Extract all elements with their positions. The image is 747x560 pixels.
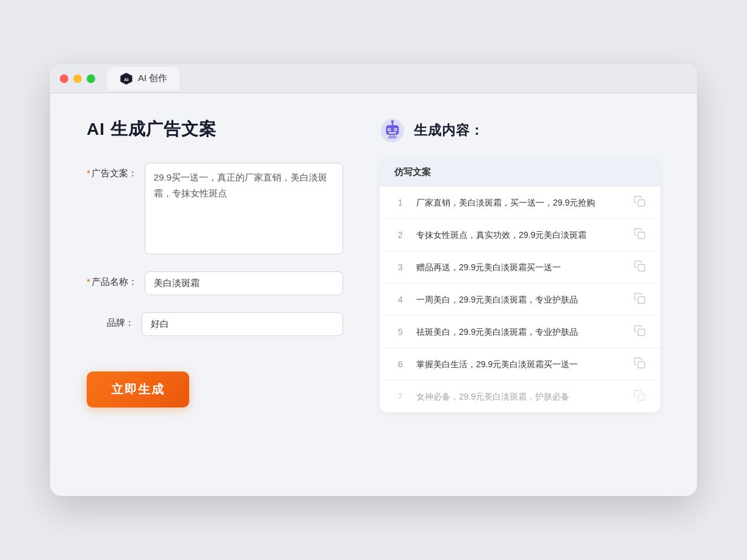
svg-rect-18 — [638, 394, 645, 401]
svg-point-5 — [391, 120, 394, 123]
brand-label: 品牌： — [87, 312, 142, 329]
browser-window: AI AI 创作 AI 生成广告文案 *广告文案： *产品名称： — [50, 64, 697, 496]
results-header-area: 生成内容： — [380, 118, 660, 143]
result-item-1: 1厂家直销，美白淡斑霜，买一送一，29.9元抢购 — [380, 187, 660, 219]
copy-button-5[interactable] — [633, 325, 646, 339]
brand-row: 品牌： — [87, 312, 343, 336]
left-panel: AI 生成广告文案 *广告文案： *产品名称： 品牌： 立 — [87, 118, 343, 465]
minimize-button[interactable] — [73, 74, 82, 83]
result-item-7: 7女神必备，29.9元美白淡斑霜，护肤必备 — [380, 381, 660, 412]
ad-copy-row: *广告文案： — [87, 163, 343, 254]
result-text-7: 女神必备，29.9元美白淡斑霜，护肤必备 — [416, 390, 624, 403]
results-container: 仿写文案 1厂家直销，美白淡斑霜，买一送一，29.9元抢购2专抹女性斑点，真实功… — [380, 158, 660, 412]
copy-button-2[interactable] — [633, 228, 646, 242]
svg-rect-15 — [638, 297, 645, 304]
copy-button-3[interactable] — [633, 260, 646, 275]
results-title: 生成内容： — [414, 121, 484, 140]
page-title: AI 生成广告文案 — [87, 118, 343, 141]
result-num-1: 1 — [394, 198, 406, 207]
result-num-6: 6 — [394, 359, 406, 369]
results-list: 1厂家直销，美白淡斑霜，买一送一，29.9元抢购2专抹女性斑点，真实功效，29.… — [380, 187, 660, 412]
main-content: AI 生成广告文案 *广告文案： *产品名称： 品牌： 立 — [50, 93, 697, 496]
tab-label: AI 创作 — [138, 73, 167, 84]
result-item-6: 6掌握美白生活，29.9元美白淡斑霜买一送一 — [380, 348, 660, 381]
close-button[interactable] — [60, 74, 68, 83]
titlebar: AI AI 创作 — [50, 64, 697, 93]
svg-point-9 — [395, 129, 397, 131]
product-name-label: *产品名称： — [87, 271, 145, 288]
svg-rect-12 — [638, 200, 645, 207]
result-text-3: 赠品再送，29.9元美白淡斑霜买一送一 — [416, 261, 624, 274]
svg-rect-13 — [638, 232, 645, 239]
svg-rect-14 — [638, 265, 645, 271]
result-num-5: 5 — [394, 327, 406, 337]
brand-input[interactable] — [142, 312, 343, 336]
result-text-5: 祛斑美白，29.9元美白淡斑霜，专业护肤品 — [416, 326, 624, 339]
ad-copy-input[interactable] — [145, 163, 343, 254]
result-num-2: 2 — [394, 230, 406, 240]
copy-button-4[interactable] — [633, 292, 646, 307]
result-num-7: 7 — [394, 392, 406, 401]
maximize-button[interactable] — [87, 74, 95, 83]
svg-rect-17 — [638, 362, 645, 368]
svg-point-8 — [388, 129, 390, 131]
result-item-3: 3赠品再送，29.9元美白淡斑霜买一送一 — [380, 251, 660, 284]
robot-icon — [380, 118, 405, 143]
result-item-5: 5祛斑美白，29.9元美白淡斑霜，专业护肤品 — [380, 316, 660, 348]
ai-tab-icon: AI — [120, 72, 133, 85]
traffic-lights — [60, 74, 95, 83]
generate-button[interactable]: 立即生成 — [87, 372, 189, 407]
result-text-6: 掌握美白生活，29.9元美白淡斑霜买一送一 — [416, 358, 624, 371]
result-text-1: 厂家直销，美白淡斑霜，买一送一，29.9元抢购 — [416, 196, 624, 209]
ad-copy-label: *广告文案： — [87, 163, 145, 179]
result-num-3: 3 — [394, 262, 406, 272]
result-item-4: 4一周美白，29.9元美白淡斑霜，专业护肤品 — [380, 284, 660, 316]
result-item-2: 2专抹女性斑点，真实功效，29.9元美白淡斑霜 — [380, 219, 660, 251]
svg-text:AI: AI — [124, 76, 128, 82]
copy-button-1[interactable] — [633, 195, 646, 210]
svg-rect-11 — [388, 135, 397, 138]
result-num-4: 4 — [394, 295, 406, 304]
ad-copy-required: * — [87, 168, 90, 178]
svg-rect-16 — [638, 329, 645, 336]
ai-tab[interactable]: AI AI 创作 — [107, 67, 179, 90]
result-text-4: 一周美白，29.9元美白淡斑霜，专业护肤品 — [416, 293, 624, 306]
svg-rect-10 — [389, 132, 396, 134]
copy-button-6[interactable] — [633, 357, 646, 372]
copy-button-7[interactable] — [633, 389, 646, 404]
product-name-row: *产品名称： — [87, 271, 343, 295]
results-table-header: 仿写文案 — [380, 158, 660, 187]
result-text-2: 专抹女性斑点，真实功效，29.9元美白淡斑霜 — [416, 229, 624, 242]
right-panel: 生成内容： 仿写文案 1厂家直销，美白淡斑霜，买一送一，29.9元抢购2专抹女性… — [380, 118, 660, 465]
product-name-input[interactable] — [145, 271, 343, 295]
product-name-required: * — [87, 276, 90, 287]
